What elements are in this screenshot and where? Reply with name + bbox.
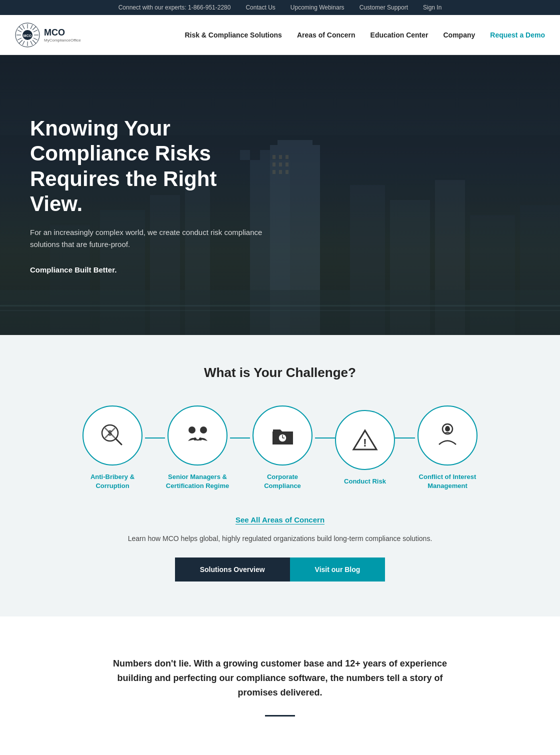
mco-logo-icon: MCO <box>15 22 40 48</box>
hero-section: Knowing Your Compliance Risks Requires t… <box>0 55 560 335</box>
numbers-section: Numbers don't lie. With a growing custom… <box>0 616 560 736</box>
logo[interactable]: MCO MCO MyComplianceOffice <box>15 22 81 48</box>
nav-areas-concern[interactable]: Areas of Concern <box>297 31 356 39</box>
request-demo-link[interactable]: Request a Demo <box>490 31 545 39</box>
top-bar: Connect with our experts: 1-866-951-2280… <box>0 0 560 15</box>
senior-managers-label: Senior Managers & Certification Regime <box>165 472 230 490</box>
challenge-section: What is Your Challenge? $ Anti-Bribery &… <box>0 335 560 616</box>
svg-rect-45 <box>0 310 560 311</box>
hero-content: Knowing Your Compliance Risks Requires t… <box>0 86 300 304</box>
hero-title: Knowing Your Compliance Risks Requires t… <box>30 116 270 217</box>
connector-2 <box>230 438 250 438</box>
svg-point-53 <box>194 438 196 440</box>
phone-label: Connect with our experts: 1-866-951-2280 <box>118 4 231 11</box>
svg-point-61 <box>446 426 450 430</box>
main-nav: MCO MCO MyComplianceOffice Risk & Compli… <box>0 15 560 55</box>
svg-text:!: ! <box>363 436 366 449</box>
nav-education-center[interactable]: Education Center <box>370 31 428 39</box>
nav-links: Risk & Compliance Solutions Areas of Con… <box>184 30 545 40</box>
hero-tagline: Compliance Built Better. <box>30 266 270 274</box>
challenge-item-anti-bribery[interactable]: $ Anti-Bribery & Corruption <box>80 406 145 490</box>
cta-buttons: Solutions Overview Visit our Blog <box>20 558 540 582</box>
nav-company[interactable]: Company <box>444 31 476 39</box>
corporate-compliance-icon <box>269 422 296 450</box>
conduct-risk-icon: ! <box>352 426 379 454</box>
signin-link[interactable]: Sign In <box>423 4 442 11</box>
visit-blog-button[interactable]: Visit our Blog <box>290 558 386 582</box>
support-link[interactable]: Customer Support <box>360 4 408 11</box>
svg-point-51 <box>188 426 196 434</box>
svg-point-52 <box>200 426 207 434</box>
contact-link[interactable]: Contact Us <box>246 4 275 11</box>
svg-point-54 <box>199 438 202 440</box>
corporate-circle <box>252 406 312 466</box>
see-all-areas-link[interactable]: See All Areas of Concern <box>236 516 324 524</box>
anti-bribery-label: Anti-Bribery & Corruption <box>80 472 145 490</box>
anti-bribery-circle: $ <box>82 406 142 466</box>
anti-bribery-icon: $ <box>99 422 126 450</box>
svg-line-47 <box>116 438 122 444</box>
challenge-item-corporate[interactable]: Corporate Compliance <box>250 406 315 490</box>
challenge-title: What is Your Challenge? <box>20 365 540 380</box>
connector-3 <box>315 438 335 438</box>
conduct-risk-label: Conduct Risk <box>344 477 386 486</box>
senior-managers-icon <box>184 422 212 450</box>
svg-rect-44 <box>0 305 560 306</box>
conflict-circle <box>418 406 478 466</box>
nav-risk-compliance[interactable]: Risk & Compliance Solutions <box>184 31 282 39</box>
webinars-link[interactable]: Upcoming Webinars <box>290 4 344 11</box>
challenge-item-senior-managers[interactable]: Senior Managers & Certification Regime <box>165 406 230 490</box>
challenge-icons-row: $ Anti-Bribery & Corruption <box>20 406 540 490</box>
senior-managers-circle <box>168 406 228 466</box>
connector-1 <box>145 438 165 438</box>
conflict-interest-icon <box>434 422 462 450</box>
solutions-overview-button[interactable]: Solutions Overview <box>175 558 290 582</box>
challenge-item-conflict[interactable]: Conflict of Interest Management <box>415 406 480 490</box>
connector-4 <box>395 438 415 438</box>
numbers-divider <box>265 715 295 716</box>
hero-subtitle: For an increasingly complex world, we cr… <box>30 226 270 250</box>
conduct-risk-circle: ! <box>335 410 395 470</box>
learn-text: Learn how MCO helps global, highly regul… <box>20 534 540 542</box>
challenge-item-conduct-risk[interactable]: ! Conduct Risk <box>335 410 395 486</box>
corporate-label: Corporate Compliance <box>250 472 315 490</box>
svg-text:MCO: MCO <box>24 34 32 38</box>
conflict-label: Conflict of Interest Management <box>415 472 480 490</box>
logo-text: MCO MyComplianceOffice <box>44 28 81 42</box>
numbers-text: Numbers don't lie. With a growing custom… <box>105 656 455 700</box>
